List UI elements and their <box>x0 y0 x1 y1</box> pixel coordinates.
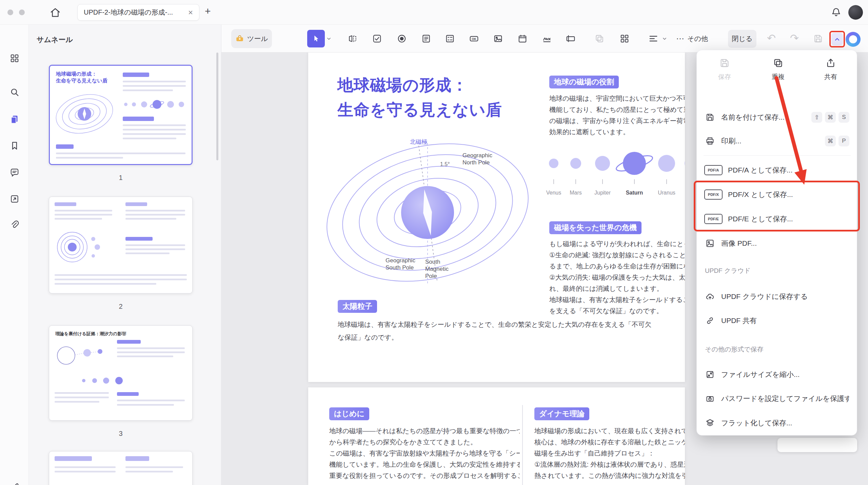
thumbnail-graphic <box>55 274 187 276</box>
thumbnail-page-1[interactable]: 地球磁場の形成： 生命を守る見えない盾 <box>49 65 193 165</box>
cloud-icon <box>704 291 716 302</box>
toolbox-icon <box>235 34 244 43</box>
menu-item-label: フラット化して保存... <box>721 418 792 428</box>
section-badge: はじめに <box>329 407 369 420</box>
new-tab-button[interactable]: + <box>205 5 211 17</box>
search-icon[interactable] <box>9 86 20 98</box>
note-tool[interactable] <box>419 31 434 46</box>
thumbnail-graphic <box>56 157 123 159</box>
avatar[interactable] <box>848 5 863 20</box>
tab-close-icon[interactable]: × <box>188 8 193 17</box>
signature-tool[interactable] <box>539 31 554 46</box>
apps-grid-icon[interactable] <box>9 53 20 64</box>
menu-item-cloud-save[interactable]: UPDF クラウドに保存する <box>697 286 857 307</box>
updf-ai-logo-icon[interactable] <box>846 32 861 47</box>
window-control-dot[interactable] <box>19 9 25 15</box>
export-icon[interactable] <box>9 193 20 205</box>
image-tool[interactable] <box>491 31 506 46</box>
thumb1-title: 地球磁場の形成： 生命を守る見えない盾 <box>56 70 107 84</box>
column-divider <box>522 405 523 485</box>
thumbnail-graphic <box>125 214 185 216</box>
menu-save-action: 保存 <box>699 58 750 81</box>
ok-stamp-tool[interactable]: OK <box>467 31 481 46</box>
redo-icon[interactable]: ↷ <box>790 32 799 44</box>
window-control-dot[interactable] <box>7 9 13 15</box>
duplicate-icon <box>773 58 784 68</box>
section-badge: ダイナモ理論 <box>534 407 589 420</box>
compress-icon <box>704 369 716 380</box>
thumbnail-graphic <box>117 400 185 401</box>
document-tab[interactable]: UPDF-2-地球の磁場の形成-... × <box>77 4 199 21</box>
menu-item-flatten[interactable]: フラット化して保存... <box>697 412 857 434</box>
save-as-icon <box>704 112 716 123</box>
close-button[interactable]: 閉じる <box>728 30 756 48</box>
menu-item-password-protect[interactable]: パスワードを設定してファイルを保護する... <box>697 388 857 409</box>
thumbnails-icon[interactable] <box>9 114 20 125</box>
thumbnail-page-4[interactable] <box>49 451 193 485</box>
thumbnail-graphic <box>123 89 173 91</box>
menu-item-label: 画像 PDF... <box>721 239 757 248</box>
undo-icon[interactable]: ↶ <box>767 32 776 44</box>
thumbnail-graphic <box>55 456 92 461</box>
thumbnail-graphic <box>123 117 154 121</box>
menu-item-updf-share[interactable]: UPDF 共有 <box>697 310 857 331</box>
annotation-arrow <box>760 68 834 197</box>
bell-icon[interactable] <box>831 7 842 18</box>
solar-paragraph: 地球磁場は、有害な太陽粒子をシールドすることで、生命の繁栄と安定した大気の存在を… <box>338 318 680 344</box>
bookmark-icon[interactable] <box>9 140 20 151</box>
menu-save-label: 保存 <box>718 73 731 81</box>
section-badge: 地球の磁場の役割 <box>549 76 619 88</box>
comment-icon[interactable] <box>9 167 20 178</box>
thumbnail-graphic <box>55 279 187 280</box>
save-icon[interactable] <box>813 34 823 44</box>
thumb3-tidal-graphic <box>52 338 113 372</box>
planet-label: Jupiter <box>587 190 618 196</box>
thumbnail-graphic <box>123 124 186 126</box>
geographic-south-label: Geographic South Pole <box>386 257 415 271</box>
thumbnail-page-2[interactable] <box>49 197 193 294</box>
left-rail <box>0 25 29 485</box>
align-tool[interactable] <box>646 31 661 46</box>
cursor-icon <box>312 34 320 43</box>
home-icon[interactable] <box>50 7 61 18</box>
page-controls-pill[interactable] <box>777 438 857 452</box>
thumbnail-graphic <box>117 340 141 344</box>
select-tool-button[interactable] <box>307 30 325 47</box>
checkbox-tool[interactable] <box>370 31 384 46</box>
page-number: 3 <box>49 430 193 438</box>
thumbnail-page-3[interactable]: 理論を裏付ける証拠：潮汐力の影響 <box>49 325 193 421</box>
more-tools-button[interactable]: ⋯ その他 <box>676 34 708 43</box>
titlebar: UPDF-2-地球の磁場の形成-... × + <box>0 0 868 25</box>
thumbnail-graphic <box>117 404 174 406</box>
chevron-down-icon[interactable] <box>662 36 667 41</box>
copy-tool[interactable] <box>592 31 607 46</box>
tools-button[interactable]: ツール <box>231 29 272 48</box>
dynamo-paragraph: 地球磁場の形成において、現在最も広く支持されているのが「ダイナモ 核心は、地球の… <box>534 425 685 481</box>
panel-scrollbar[interactable] <box>216 53 218 160</box>
page-number: 1 <box>49 174 193 182</box>
thumbnail-graphic <box>55 214 112 216</box>
thumbnail-graphic <box>55 392 109 394</box>
attachment-icon[interactable] <box>9 219 20 231</box>
flip-shape-tool[interactable] <box>345 31 360 46</box>
text-field-tool[interactable] <box>563 31 578 46</box>
menu-item-image-pdf[interactable]: 画像 PDF... <box>697 233 857 254</box>
menu-item-reduce-size[interactable]: ファイルサイズを縮小... <box>697 364 857 385</box>
ink-signature-icon[interactable] <box>9 482 20 485</box>
calendar-tool[interactable] <box>515 31 530 46</box>
chevron-down-icon[interactable] <box>326 36 332 41</box>
thumbnail-graphic <box>55 202 76 206</box>
menu-item-label: ファイルサイズを縮小... <box>721 370 800 379</box>
ellipsis-icon: ⋯ <box>676 34 684 43</box>
grid-tool[interactable] <box>617 31 632 46</box>
record-tool[interactable] <box>394 31 409 46</box>
thumb1-planets-graphic <box>121 97 189 112</box>
thumbnail-graphic <box>55 283 156 285</box>
printer-icon <box>704 135 716 147</box>
thumbnail-graphic <box>56 153 185 154</box>
image-pdf-icon <box>704 238 716 249</box>
thumb3-title: 理論を裏付ける証拠：潮汐力の影響 <box>55 330 126 337</box>
thumb2-core-graphic <box>53 225 107 269</box>
menu-item-label: UPDF クラウドに保存する <box>721 292 808 301</box>
form-tool[interactable] <box>442 31 457 46</box>
